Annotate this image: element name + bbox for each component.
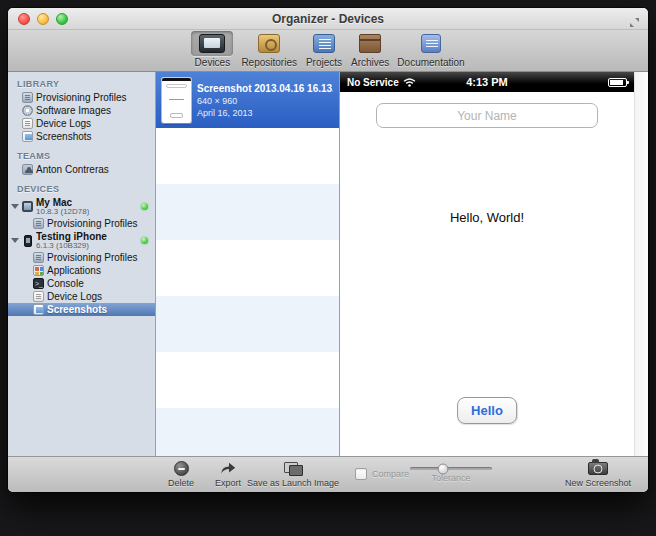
sidebar-item-iphone-provisioning-profiles[interactable]: Provisioning Profiles: [8, 251, 155, 264]
disclosure-triangle-icon[interactable]: [11, 204, 19, 209]
compare-label: Compare: [372, 469, 409, 479]
sidebar-section-devices: DEVICES: [8, 183, 155, 196]
your-name-input[interactable]: [376, 103, 598, 128]
screenshot-list-item[interactable]: Screenshot 2013.04.16 16.13.... 640 × 96…: [156, 72, 339, 128]
device-connected-status-dot: [141, 203, 148, 210]
log-document-icon: [22, 118, 33, 129]
vertical-scrollbar[interactable]: [634, 72, 648, 456]
sidebar-item-library-provisioning-profiles[interactable]: Provisioning Profiles: [8, 91, 155, 104]
screenshot-icon: [33, 304, 44, 315]
iphone-status-bar: No Service 4:13 PM: [340, 72, 634, 92]
provisioning-profile-icon: [33, 252, 44, 263]
screenshot-title: Screenshot 2013.04.16 16.13....: [197, 83, 333, 94]
disclosure-triangle-icon[interactable]: [11, 238, 19, 243]
compare-checkbox-group: Compare: [355, 468, 409, 480]
log-document-icon: [33, 291, 44, 302]
toolbar-tab-devices[interactable]: Devices: [191, 31, 233, 68]
compare-checkbox[interactable]: [355, 468, 367, 480]
toolbar-tab-documentation[interactable]: Documentation: [397, 31, 464, 68]
tolerance-label: Tolerance: [406, 473, 496, 483]
main-toolbar: Devices Repositories Projects Archives D…: [8, 30, 648, 72]
minus-circle-icon: [174, 461, 189, 476]
device-connected-status-dot: [141, 237, 148, 244]
carrier-label: No Service: [347, 77, 399, 88]
devices-icon: [199, 34, 225, 53]
documentation-icon: [421, 34, 441, 53]
sidebar-section-teams: TEAMS: [8, 150, 155, 163]
thumb-statusbar: [162, 78, 191, 81]
sidebar-item-iphone-console[interactable]: Console: [8, 277, 155, 290]
sidebar-item-team-anton-contreras[interactable]: Anton Contreras: [8, 163, 155, 176]
titlebar[interactable]: Organizer - Devices: [8, 8, 648, 30]
sidebar-item-iphone-screenshots[interactable]: Screenshots: [8, 303, 155, 316]
tolerance-slider-group: Tolerance: [406, 461, 496, 483]
disc-icon: [22, 105, 33, 116]
toolbar-tab-archives[interactable]: Archives: [351, 31, 389, 68]
screenshot-preview-pane: No Service 4:13 PM Hello, World! Hell: [340, 72, 648, 456]
save-as-launch-image-button[interactable]: Save as Launch Image: [238, 460, 348, 488]
iphone-icon: [24, 235, 32, 247]
screenshot-list[interactable]: Screenshot 2013.04.16 16.13.... 640 × 96…: [156, 72, 340, 456]
iphone-screen: Hello, World! Hello: [340, 92, 634, 456]
screenshot-dimensions: 640 × 960: [197, 96, 333, 106]
screenshot-thumbnail: [162, 78, 191, 123]
sidebar-item-library-screenshots[interactable]: Screenshots: [8, 130, 155, 143]
applications-grid-icon: [33, 265, 44, 276]
sidebar: LIBRARY Provisioning Profiles Software I…: [8, 72, 156, 456]
console-terminal-icon: [33, 278, 44, 289]
sidebar-item-mac-provisioning-profiles[interactable]: Provisioning Profiles: [8, 217, 155, 230]
projects-icon: [313, 34, 335, 53]
thumb-text-line: [169, 99, 184, 101]
thumb-textfield: [166, 84, 187, 88]
slider-thumb[interactable]: [437, 463, 448, 474]
sidebar-device-testing-iphone[interactable]: Testing iPhone 6.1.3 (10B329): [8, 230, 155, 251]
wifi-icon: [403, 73, 416, 91]
screenshot-icon: [22, 131, 33, 142]
tolerance-slider[interactable]: [410, 467, 492, 470]
organizer-window: Organizer - Devices Devices Repositories…: [8, 8, 648, 492]
new-screenshot-button[interactable]: New Screenshot: [556, 460, 640, 488]
repositories-icon: [258, 34, 280, 53]
export-arrow-icon: [219, 461, 237, 477]
toolbar-tab-repositories[interactable]: Repositories: [241, 31, 297, 68]
bottom-toolbar: Delete Export Save as Launch Image Compa…: [8, 456, 648, 492]
toolbar-tab-projects[interactable]: Projects: [305, 31, 343, 68]
provisioning-profile-icon: [33, 218, 44, 229]
archives-icon: [359, 34, 381, 53]
hello-button[interactable]: Hello: [457, 397, 517, 424]
sidebar-device-my-mac[interactable]: My Mac 10.8.3 (12D78): [8, 196, 155, 217]
fullscreen-icon[interactable]: [629, 14, 640, 32]
provisioning-profile-icon: [22, 92, 33, 103]
sidebar-item-library-device-logs[interactable]: Device Logs: [8, 117, 155, 130]
sidebar-item-software-images[interactable]: Software Images: [8, 104, 155, 117]
window-title: Organizer - Devices: [8, 8, 648, 30]
camera-icon: [588, 462, 608, 475]
sidebar-item-iphone-applications[interactable]: Applications: [8, 264, 155, 277]
battery-icon: [608, 78, 627, 87]
greeting-label: Hello, World!: [340, 210, 634, 225]
screenshot-date: April 16, 2013: [197, 108, 333, 118]
sidebar-item-iphone-device-logs[interactable]: Device Logs: [8, 290, 155, 303]
mac-display-icon: [22, 201, 33, 212]
sidebar-section-library: LIBRARY: [8, 78, 155, 91]
launch-image-icon: [284, 462, 303, 476]
delete-button[interactable]: Delete: [155, 460, 207, 488]
person-icon: [22, 164, 33, 175]
thumb-button: [170, 113, 183, 118]
